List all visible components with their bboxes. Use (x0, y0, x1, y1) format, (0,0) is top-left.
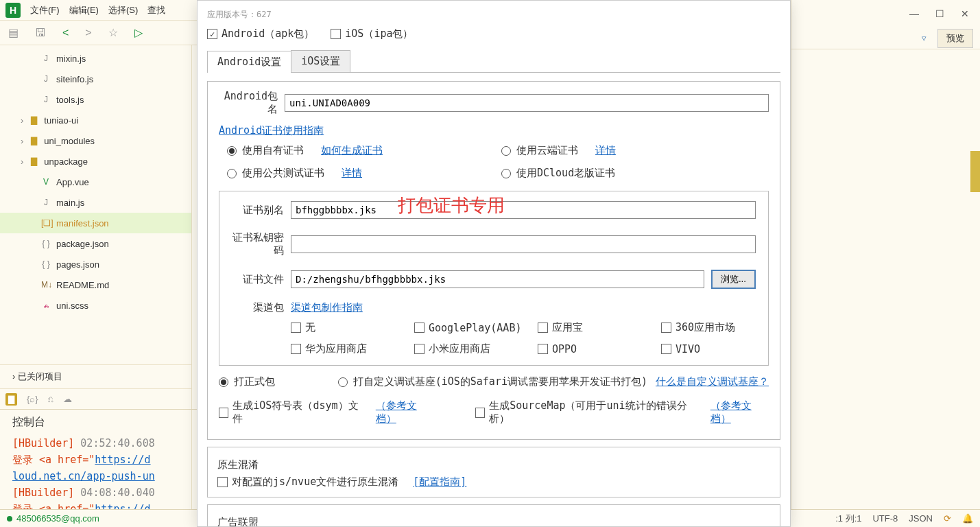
native-obfuscate-checkbox[interactable]: 对配置的js/nvue文件进行原生混淆 [配置指南] (217, 476, 466, 489)
run-icon[interactable]: ▷ (134, 26, 143, 39)
channel-vivo[interactable]: VIVO (661, 342, 785, 355)
online-icon (7, 516, 12, 522)
closed-projects[interactable]: › 已关闭项目 (0, 364, 191, 388)
file-item[interactable]: ஃuni.scss (0, 295, 191, 316)
native-title: 原生混淆 (217, 458, 770, 471)
channel-googleplay[interactable]: GooglePlay(AAB) (414, 321, 538, 334)
right-panel: — ☐ ✕ ▿ 预览 (791, 0, 980, 527)
menu-edit[interactable]: 编辑(E) (69, 4, 99, 16)
channel-yyb[interactable]: 应用宝 (538, 321, 661, 334)
search-icon[interactable]: {⌕} (27, 394, 38, 404)
file-item-selected[interactable]: [❏]manifest.json (0, 213, 191, 233)
channel-oppo[interactable]: OPPO (538, 342, 661, 355)
tab-ios[interactable]: iOS设置 (291, 50, 350, 72)
tab-android[interactable]: Android设置 (207, 51, 291, 73)
maximize-icon[interactable]: ☐ (935, 8, 944, 19)
folder-item[interactable]: ›▇tuniao-ui (0, 110, 191, 130)
channel-none[interactable]: 无 (291, 321, 414, 334)
radio-debug[interactable]: 打自定义调试基座(iOS的Safari调试需要用苹果开发证书打包) (338, 375, 647, 388)
close-window-icon[interactable]: ✕ (961, 8, 969, 19)
radio-public-cert[interactable]: 使用公共测试证书 详情 (227, 167, 501, 180)
cert-guide-link[interactable]: Android证书使用指南 (219, 124, 324, 137)
forward-icon[interactable]: > (85, 27, 91, 39)
status-encoding[interactable]: UTF-8 (872, 513, 898, 524)
preview-button[interactable]: 预览 (937, 29, 973, 48)
pwd-input[interactable] (291, 235, 756, 253)
debug-base-link[interactable]: 什么是自定义调试基座？ (656, 375, 769, 388)
status-user[interactable]: 485066535@qq.com (16, 513, 99, 524)
pkg-input[interactable] (285, 94, 769, 112)
sourcemap-checkbox[interactable]: 生成SourceMap（可用于uni统计的错误分析） （参考文档） (475, 399, 769, 425)
channel-huawei[interactable]: 华为应用商店 (291, 342, 414, 355)
channel-360[interactable]: 360应用市场 (661, 321, 785, 334)
file-input[interactable] (291, 270, 704, 288)
alias-input[interactable] (291, 201, 756, 219)
channel-guide-link[interactable]: 渠道包制作指南 (291, 301, 363, 314)
ad-title: 广告联盟 (217, 516, 770, 527)
radio-release[interactable]: 打正式包 (219, 375, 275, 388)
app-logo: H (5, 3, 21, 18)
file-item[interactable]: VApp.vue (0, 172, 191, 192)
browse-button[interactable]: 浏览... (711, 270, 756, 289)
radio-own-cert[interactable]: 使用自有证书 如何生成证书 (227, 144, 501, 157)
ios-ipa-checkbox[interactable]: iOS（ipa包） (331, 27, 413, 40)
cloud-icon[interactable]: ☁ (63, 394, 72, 404)
package-dialog: 应用版本号：627 Android（apk包） iOS（ipa包） Androi… (197, 0, 791, 527)
bell-icon[interactable]: 🔔 (962, 513, 973, 524)
file-item[interactable]: Jtools.js (0, 89, 191, 110)
file-item[interactable]: { }package.json (0, 233, 191, 254)
scrollbar-thumb[interactable] (970, 151, 980, 192)
explorer-tab-icon[interactable]: ▇ (5, 393, 17, 406)
folder-item[interactable]: ›▇uni_modules (0, 130, 191, 151)
sync-icon[interactable]: ⟳ (944, 513, 951, 524)
minimize-icon[interactable]: — (909, 8, 919, 19)
dialog-version: 应用版本号：627 (207, 9, 780, 21)
alias-label: 证书别名 (232, 204, 284, 217)
dsym-checkbox[interactable]: 生成iOS符号表（dsym）文件 （参考文档） (219, 399, 434, 425)
file-item[interactable]: Jmain.js (0, 192, 191, 213)
radio-cloud-cert[interactable]: 使用云端证书 详情 (501, 144, 776, 157)
back-icon[interactable]: < (62, 27, 69, 39)
pkg-label: Android包名 (219, 90, 278, 116)
save-icon[interactable]: 🖫 (35, 27, 46, 39)
console-title: 控制台 (12, 415, 179, 430)
status-language[interactable]: JSON (909, 513, 933, 524)
menu-file[interactable]: 文件(F) (30, 4, 60, 16)
pwd-label: 证书私钥密码 (232, 231, 284, 257)
menu-select[interactable]: 选择(S) (108, 4, 138, 16)
folder-item[interactable]: ›▇unpackage (0, 151, 191, 172)
explorer-bottom-bar: ▇ {⌕} ⎌ ☁ (0, 388, 191, 409)
file-label: 证书文件 (232, 273, 284, 286)
file-item[interactable]: Jmixin.js (0, 48, 191, 69)
android-apk-checkbox[interactable]: Android（apk包） (207, 27, 314, 40)
star-icon[interactable]: ☆ (108, 26, 118, 39)
channel-label: 渠道包 (232, 301, 284, 314)
file-explorer: Jmixin.js Jsiteinfo.js Jtools.js ›▇tunia… (0, 45, 192, 409)
file-item[interactable]: { }pages.json (0, 254, 191, 274)
scm-icon[interactable]: ⎌ (48, 394, 53, 404)
menu-find[interactable]: 查找 (147, 4, 165, 16)
filter-icon[interactable]: ▿ (922, 33, 927, 43)
file-item[interactable]: M↓README.md (0, 274, 191, 295)
file-item[interactable]: Jsiteinfo.js (0, 69, 191, 89)
status-position[interactable]: :1 列:1 (835, 513, 861, 525)
radio-old-cert[interactable]: 使用DCloud老版证书 (501, 167, 776, 180)
channel-xiaomi[interactable]: 小米应用商店 (414, 342, 538, 355)
new-file-icon[interactable]: ▤ (8, 26, 19, 39)
